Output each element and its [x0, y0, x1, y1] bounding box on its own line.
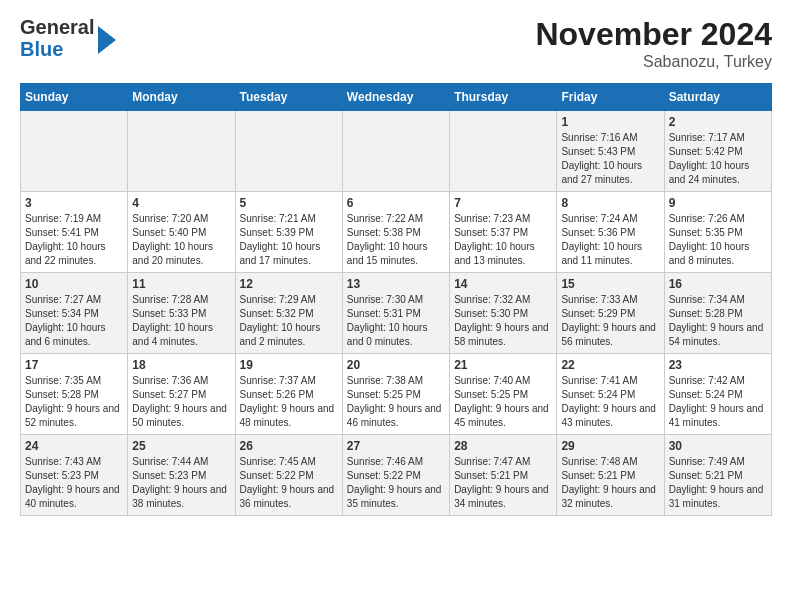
day-number: 10	[25, 277, 123, 291]
day-info: Sunrise: 7:23 AMSunset: 5:37 PMDaylight:…	[454, 212, 552, 268]
day-info: Sunrise: 7:17 AMSunset: 5:42 PMDaylight:…	[669, 131, 767, 187]
day-info: Sunrise: 7:30 AMSunset: 5:31 PMDaylight:…	[347, 293, 445, 349]
day-number: 14	[454, 277, 552, 291]
day-number: 22	[561, 358, 659, 372]
day-info: Sunrise: 7:27 AMSunset: 5:34 PMDaylight:…	[25, 293, 123, 349]
day-number: 13	[347, 277, 445, 291]
day-number: 25	[132, 439, 230, 453]
logo-general: General	[20, 16, 94, 38]
table-row: 29Sunrise: 7:48 AMSunset: 5:21 PMDayligh…	[557, 435, 664, 516]
day-number: 7	[454, 196, 552, 210]
table-row: 28Sunrise: 7:47 AMSunset: 5:21 PMDayligh…	[450, 435, 557, 516]
day-number: 17	[25, 358, 123, 372]
table-row: 26Sunrise: 7:45 AMSunset: 5:22 PMDayligh…	[235, 435, 342, 516]
day-number: 3	[25, 196, 123, 210]
table-row: 15Sunrise: 7:33 AMSunset: 5:29 PMDayligh…	[557, 273, 664, 354]
table-row: 16Sunrise: 7:34 AMSunset: 5:28 PMDayligh…	[664, 273, 771, 354]
day-number: 1	[561, 115, 659, 129]
header-row: Sunday Monday Tuesday Wednesday Thursday…	[21, 84, 772, 111]
day-number: 23	[669, 358, 767, 372]
day-info: Sunrise: 7:42 AMSunset: 5:24 PMDaylight:…	[669, 374, 767, 430]
day-number: 27	[347, 439, 445, 453]
day-info: Sunrise: 7:28 AMSunset: 5:33 PMDaylight:…	[132, 293, 230, 349]
day-number: 12	[240, 277, 338, 291]
table-row: 21Sunrise: 7:40 AMSunset: 5:25 PMDayligh…	[450, 354, 557, 435]
day-number: 19	[240, 358, 338, 372]
col-sunday: Sunday	[21, 84, 128, 111]
table-row: 19Sunrise: 7:37 AMSunset: 5:26 PMDayligh…	[235, 354, 342, 435]
day-info: Sunrise: 7:21 AMSunset: 5:39 PMDaylight:…	[240, 212, 338, 268]
day-info: Sunrise: 7:40 AMSunset: 5:25 PMDaylight:…	[454, 374, 552, 430]
table-row: 25Sunrise: 7:44 AMSunset: 5:23 PMDayligh…	[128, 435, 235, 516]
table-row: 5Sunrise: 7:21 AMSunset: 5:39 PMDaylight…	[235, 192, 342, 273]
table-row: 9Sunrise: 7:26 AMSunset: 5:35 PMDaylight…	[664, 192, 771, 273]
day-number: 9	[669, 196, 767, 210]
table-row: 17Sunrise: 7:35 AMSunset: 5:28 PMDayligh…	[21, 354, 128, 435]
table-row: 20Sunrise: 7:38 AMSunset: 5:25 PMDayligh…	[342, 354, 449, 435]
day-number: 28	[454, 439, 552, 453]
calendar-subtitle: Sabanozu, Turkey	[535, 53, 772, 71]
table-row: 23Sunrise: 7:42 AMSunset: 5:24 PMDayligh…	[664, 354, 771, 435]
calendar-week-4: 24Sunrise: 7:43 AMSunset: 5:23 PMDayligh…	[21, 435, 772, 516]
calendar-week-3: 17Sunrise: 7:35 AMSunset: 5:28 PMDayligh…	[21, 354, 772, 435]
day-info: Sunrise: 7:35 AMSunset: 5:28 PMDaylight:…	[25, 374, 123, 430]
day-number: 20	[347, 358, 445, 372]
day-info: Sunrise: 7:48 AMSunset: 5:21 PMDaylight:…	[561, 455, 659, 511]
calendar-week-1: 3Sunrise: 7:19 AMSunset: 5:41 PMDaylight…	[21, 192, 772, 273]
table-row: 13Sunrise: 7:30 AMSunset: 5:31 PMDayligh…	[342, 273, 449, 354]
table-row: 18Sunrise: 7:36 AMSunset: 5:27 PMDayligh…	[128, 354, 235, 435]
day-number: 21	[454, 358, 552, 372]
table-row: 6Sunrise: 7:22 AMSunset: 5:38 PMDaylight…	[342, 192, 449, 273]
table-row: 8Sunrise: 7:24 AMSunset: 5:36 PMDaylight…	[557, 192, 664, 273]
table-row: 7Sunrise: 7:23 AMSunset: 5:37 PMDaylight…	[450, 192, 557, 273]
col-saturday: Saturday	[664, 84, 771, 111]
day-info: Sunrise: 7:26 AMSunset: 5:35 PMDaylight:…	[669, 212, 767, 268]
table-row: 27Sunrise: 7:46 AMSunset: 5:22 PMDayligh…	[342, 435, 449, 516]
header: General Blue November 2024 Sabanozu, Tur…	[20, 16, 772, 71]
table-row	[450, 111, 557, 192]
col-friday: Friday	[557, 84, 664, 111]
day-info: Sunrise: 7:19 AMSunset: 5:41 PMDaylight:…	[25, 212, 123, 268]
logo-blue: Blue	[20, 38, 94, 60]
day-number: 6	[347, 196, 445, 210]
day-info: Sunrise: 7:37 AMSunset: 5:26 PMDaylight:…	[240, 374, 338, 430]
col-monday: Monday	[128, 84, 235, 111]
day-number: 16	[669, 277, 767, 291]
day-info: Sunrise: 7:38 AMSunset: 5:25 PMDaylight:…	[347, 374, 445, 430]
table-row: 30Sunrise: 7:49 AMSunset: 5:21 PMDayligh…	[664, 435, 771, 516]
day-info: Sunrise: 7:47 AMSunset: 5:21 PMDaylight:…	[454, 455, 552, 511]
day-info: Sunrise: 7:45 AMSunset: 5:22 PMDaylight:…	[240, 455, 338, 511]
day-number: 5	[240, 196, 338, 210]
day-info: Sunrise: 7:36 AMSunset: 5:27 PMDaylight:…	[132, 374, 230, 430]
logo-arrow-icon	[98, 26, 116, 54]
calendar-title: November 2024	[535, 16, 772, 53]
day-number: 29	[561, 439, 659, 453]
day-info: Sunrise: 7:46 AMSunset: 5:22 PMDaylight:…	[347, 455, 445, 511]
day-number: 18	[132, 358, 230, 372]
day-number: 24	[25, 439, 123, 453]
col-tuesday: Tuesday	[235, 84, 342, 111]
day-number: 30	[669, 439, 767, 453]
table-row	[342, 111, 449, 192]
day-info: Sunrise: 7:22 AMSunset: 5:38 PMDaylight:…	[347, 212, 445, 268]
table-row	[235, 111, 342, 192]
table-row	[21, 111, 128, 192]
calendar-week-2: 10Sunrise: 7:27 AMSunset: 5:34 PMDayligh…	[21, 273, 772, 354]
day-info: Sunrise: 7:49 AMSunset: 5:21 PMDaylight:…	[669, 455, 767, 511]
day-info: Sunrise: 7:41 AMSunset: 5:24 PMDaylight:…	[561, 374, 659, 430]
calendar-week-0: 1Sunrise: 7:16 AMSunset: 5:43 PMDaylight…	[21, 111, 772, 192]
day-info: Sunrise: 7:34 AMSunset: 5:28 PMDaylight:…	[669, 293, 767, 349]
table-row: 14Sunrise: 7:32 AMSunset: 5:30 PMDayligh…	[450, 273, 557, 354]
day-info: Sunrise: 7:33 AMSunset: 5:29 PMDaylight:…	[561, 293, 659, 349]
day-info: Sunrise: 7:32 AMSunset: 5:30 PMDaylight:…	[454, 293, 552, 349]
calendar-table: Sunday Monday Tuesday Wednesday Thursday…	[20, 83, 772, 516]
day-number: 26	[240, 439, 338, 453]
table-row: 1Sunrise: 7:16 AMSunset: 5:43 PMDaylight…	[557, 111, 664, 192]
day-number: 4	[132, 196, 230, 210]
table-row: 10Sunrise: 7:27 AMSunset: 5:34 PMDayligh…	[21, 273, 128, 354]
day-number: 15	[561, 277, 659, 291]
day-info: Sunrise: 7:24 AMSunset: 5:36 PMDaylight:…	[561, 212, 659, 268]
table-row	[128, 111, 235, 192]
page: General Blue November 2024 Sabanozu, Tur…	[0, 0, 792, 532]
day-info: Sunrise: 7:44 AMSunset: 5:23 PMDaylight:…	[132, 455, 230, 511]
